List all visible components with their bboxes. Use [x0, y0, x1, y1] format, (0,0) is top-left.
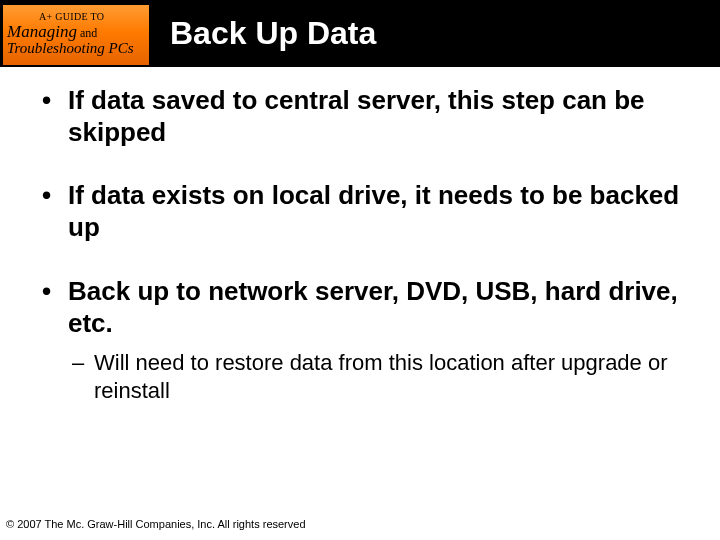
slide: A+ GUIDE TO Managing and Troubleshooting… [0, 0, 720, 540]
bullet-text: If data exists on local drive, it needs … [68, 180, 679, 242]
bullet-text: If data saved to central server, this st… [68, 85, 645, 147]
sub-bullet-list: Will need to restore data from this loca… [68, 349, 690, 404]
logo-line-bot: Troubleshooting PCs [7, 41, 149, 57]
logo-line-mid: Managing and [7, 23, 149, 41]
logo-and: and [77, 26, 97, 40]
bullet-item: Back up to network server, DVD, USB, har… [30, 276, 690, 404]
logo-managing: Managing [7, 22, 77, 41]
slide-content: If data saved to central server, this st… [0, 67, 720, 404]
book-logo: A+ GUIDE TO Managing and Troubleshooting… [2, 4, 150, 66]
sub-bullet-item: Will need to restore data from this loca… [68, 349, 690, 404]
bullet-item: If data exists on local drive, it needs … [30, 180, 690, 243]
sub-bullet-text: Will need to restore data from this loca… [94, 350, 668, 403]
bullet-text: Back up to network server, DVD, USB, har… [68, 276, 678, 338]
copyright-footer: © 2007 The Mc. Graw-Hill Companies, Inc.… [6, 518, 306, 530]
bullet-list: If data saved to central server, this st… [30, 85, 690, 404]
logo-line-top: A+ GUIDE TO [7, 12, 149, 23]
title-bar: A+ GUIDE TO Managing and Troubleshooting… [0, 0, 720, 67]
slide-title: Back Up Data [170, 15, 376, 52]
bullet-item: If data saved to central server, this st… [30, 85, 690, 148]
